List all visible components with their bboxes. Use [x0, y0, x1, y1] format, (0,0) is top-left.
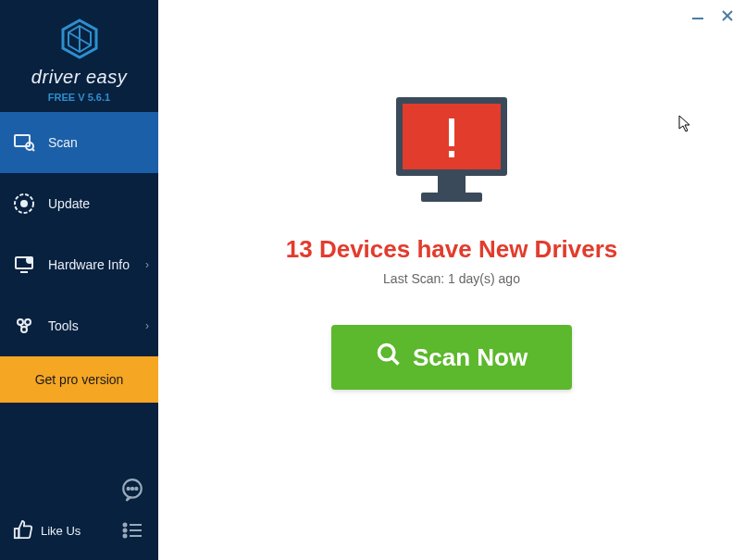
close-button[interactable]: [719, 7, 736, 24]
scan-button-label: Scan Now: [413, 343, 528, 372]
svg-rect-36: [438, 176, 466, 193]
sidebar-item-scan[interactable]: Scan: [0, 112, 158, 173]
minimize-button[interactable]: [689, 7, 706, 24]
chevron-right-icon: ›: [145, 258, 149, 271]
svg-point-25: [124, 529, 127, 532]
sidebar-footer: Like Us: [0, 467, 158, 560]
menu-icon[interactable]: [119, 517, 145, 543]
scan-now-button[interactable]: Scan Now: [331, 325, 572, 390]
svg-rect-22: [15, 529, 19, 538]
svg-point-8: [20, 200, 28, 207]
sidebar-item-label: Scan: [48, 135, 78, 150]
headline: 13 Devices have New Drivers: [286, 235, 617, 264]
like-us-button[interactable]: Like Us: [13, 519, 81, 542]
svg-point-14: [25, 319, 31, 325]
window-controls: [689, 7, 736, 24]
sidebar-item-update[interactable]: Update: [0, 173, 158, 234]
get-pro-label: Get pro version: [35, 372, 124, 387]
sidebar: driver easy FREE V 5.6.1 Scan Update: [0, 0, 158, 560]
svg-line-39: [391, 357, 398, 364]
app-name: driver easy: [0, 67, 158, 88]
svg-point-19: [128, 488, 130, 490]
sidebar-item-label: Update: [48, 196, 90, 211]
thumbs-up-icon: [13, 519, 33, 542]
sidebar-item-label: Tools: [48, 318, 79, 333]
svg-point-38: [379, 344, 393, 359]
version-label: FREE V 5.6.1: [0, 92, 158, 103]
svg-point-23: [124, 524, 127, 527]
search-icon: [376, 342, 402, 374]
sidebar-item-tools[interactable]: Tools ›: [0, 295, 158, 356]
chevron-right-icon: ›: [145, 319, 149, 332]
scan-content: 13 Devices have New Drivers Last Scan: 1…: [158, 0, 745, 390]
svg-rect-37: [421, 193, 482, 202]
scan-icon: [13, 131, 35, 154]
device-count: 13: [286, 235, 313, 263]
monitor-alert-icon: [382, 93, 521, 217]
logo-icon: [57, 17, 102, 61]
logo-section: driver easy FREE V 5.6.1: [0, 0, 158, 112]
tools-icon: [13, 315, 35, 337]
svg-point-27: [124, 535, 127, 538]
svg-point-20: [131, 488, 133, 490]
sidebar-item-label: Hardware Info: [48, 257, 130, 272]
svg-line-6: [32, 149, 34, 151]
get-pro-button[interactable]: Get pro version: [0, 356, 158, 403]
headline-text: Devices have New Drivers: [319, 235, 617, 263]
feedback-icon[interactable]: [119, 477, 145, 503]
main-panel: 13 Devices have New Drivers Last Scan: 1…: [158, 0, 745, 560]
sidebar-item-hardware[interactable]: i Hardware Info ›: [0, 234, 158, 295]
svg-rect-34: [449, 118, 454, 146]
svg-text:i: i: [29, 257, 30, 263]
svg-point-13: [18, 319, 23, 325]
hardware-icon: i: [13, 254, 35, 276]
update-icon: [13, 193, 35, 215]
svg-rect-35: [449, 151, 454, 157]
nav: Scan Update i Hardware Info ›: [0, 112, 158, 403]
svg-point-21: [135, 488, 137, 490]
like-us-label: Like Us: [41, 524, 81, 538]
last-scan-label: Last Scan: 1 day(s) ago: [383, 271, 520, 286]
